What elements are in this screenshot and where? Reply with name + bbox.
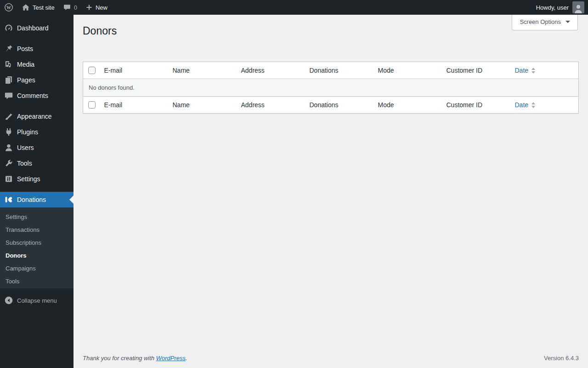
submenu-item-tools[interactable]: Tools: [0, 275, 74, 288]
date-column-label: Date: [515, 101, 529, 109]
home-icon: [22, 3, 30, 12]
column-header-date: Date: [510, 62, 579, 79]
comment-bubble-icon: [63, 3, 71, 12]
new-content-menu[interactable]: New: [81, 0, 112, 15]
sidebar-item-pages[interactable]: Pages: [0, 72, 74, 88]
main-content: Screen Options Donors E-mail Name Addres…: [74, 15, 588, 368]
sidebar-item-dashboard[interactable]: Dashboard: [0, 20, 74, 36]
collapse-menu-button[interactable]: Collapse menu: [0, 293, 74, 308]
pages-icon: [4, 75, 13, 85]
column-header-name: Name: [168, 62, 237, 79]
sidebar-item-label: Media: [17, 61, 34, 68]
plus-icon: [85, 4, 93, 11]
donors-table: E-mail Name Address Donations Mode Custo…: [83, 62, 579, 114]
column-footer-name: Name: [168, 97, 237, 114]
column-footer-date: Date: [510, 97, 579, 114]
sidebar-item-label: Posts: [17, 45, 33, 52]
select-all-checkbox[interactable]: [88, 67, 96, 74]
media-icon: [4, 60, 13, 69]
site-name-label: Test site: [33, 4, 55, 11]
column-header-customer-id: Customer ID: [442, 62, 510, 79]
admin-sidebar: Dashboard Posts Media Pages Comments: [0, 15, 74, 368]
date-column-label: Date: [515, 66, 529, 75]
new-label: New: [96, 4, 107, 11]
collapse-arrow-icon: [4, 296, 13, 305]
select-all-checkbox-bottom[interactable]: [88, 101, 96, 109]
avatar: [572, 1, 584, 13]
kudos-donations-icon: [4, 195, 13, 204]
sidebar-item-label: Settings: [17, 175, 40, 183]
sidebar-item-label: Pages: [17, 76, 35, 84]
sidebar-item-media[interactable]: Media: [0, 57, 74, 72]
column-footer-customer-id: Customer ID: [442, 97, 510, 114]
screen-options-button[interactable]: Screen Options: [512, 15, 578, 30]
sort-indicator-icon: [531, 102, 535, 108]
sidebar-item-tools[interactable]: Tools: [0, 155, 74, 171]
sidebar-item-appearance[interactable]: Appearance: [0, 109, 74, 124]
dashboard-icon: [4, 23, 13, 33]
donors-table-body: No donors found.: [83, 79, 579, 97]
appearance-brush-icon: [4, 112, 13, 121]
empty-message: No donors found.: [83, 79, 579, 97]
sort-indicator-icon: [531, 68, 535, 74]
sidebar-item-users[interactable]: Users: [0, 140, 74, 155]
users-icon: [4, 143, 13, 152]
comments-icon: [4, 91, 13, 100]
submenu-item-transactions[interactable]: Transactions: [0, 224, 74, 236]
plugin-icon: [4, 127, 13, 137]
footer-thanks-text: Thank you for creating with WordPress.: [83, 355, 187, 362]
page-title: Donors: [83, 15, 579, 40]
column-header-address: Address: [237, 62, 305, 79]
sidebar-item-label: Appearance: [17, 113, 52, 120]
comment-count: 0: [74, 4, 77, 11]
sidebar-item-posts[interactable]: Posts: [0, 41, 74, 57]
donors-table-header: E-mail Name Address Donations Mode Custo…: [83, 62, 579, 79]
sidebar-item-label: Dashboard: [17, 24, 49, 32]
sort-by-date-link[interactable]: Date: [515, 66, 536, 75]
table-header-row: E-mail Name Address Donations Mode Custo…: [83, 62, 579, 79]
column-footer-mode: Mode: [373, 97, 442, 114]
wordpress-link[interactable]: WordPress: [156, 355, 186, 362]
admin-footer: Thank you for creating with WordPress. V…: [83, 355, 579, 368]
site-name-link[interactable]: Test site: [17, 0, 59, 15]
my-account-menu[interactable]: Howdy, user: [536, 0, 588, 15]
admin-bar: W Test site 0 New Howdy, user: [0, 0, 588, 15]
column-footer-address: Address: [237, 97, 305, 114]
footer-version: Version 6.4.3: [544, 355, 579, 362]
select-all-cell: [83, 62, 100, 79]
submenu-item-settings[interactable]: Settings: [0, 211, 74, 224]
table-footer-row: E-mail Name Address Donations Mode Custo…: [83, 97, 579, 114]
comments-badge[interactable]: 0: [59, 0, 81, 15]
submenu-item-campaigns[interactable]: Campaigns: [0, 262, 74, 275]
tools-wrench-icon: [4, 159, 13, 168]
pushpin-icon: [4, 44, 13, 53]
admin-menu: Dashboard Posts Media Pages Comments: [0, 15, 74, 308]
column-header-email: E-mail: [100, 62, 168, 79]
donors-table-footer: E-mail Name Address Donations Mode Custo…: [83, 97, 579, 114]
howdy-text: Howdy, user: [536, 4, 569, 11]
sidebar-item-settings[interactable]: Settings: [0, 171, 74, 187]
sidebar-item-donations[interactable]: Donations: [0, 192, 74, 207]
column-header-donations: Donations: [305, 62, 373, 79]
submenu-item-donors[interactable]: Donors: [0, 249, 74, 262]
select-all-cell: [83, 97, 100, 114]
sidebar-item-plugins[interactable]: Plugins: [0, 124, 74, 140]
sidebar-item-label: Tools: [17, 160, 32, 167]
svg-text:W: W: [6, 5, 11, 10]
sort-by-date-link-bottom[interactable]: Date: [515, 101, 536, 109]
thanks-suffix: .: [186, 355, 187, 362]
sidebar-item-comments[interactable]: Comments: [0, 88, 74, 104]
chevron-down-icon: [565, 21, 570, 23]
settings-sliders-icon: [4, 174, 13, 184]
column-header-mode: Mode: [373, 62, 442, 79]
column-footer-donations: Donations: [305, 97, 373, 114]
submenu-item-subscriptions[interactable]: Subscriptions: [0, 236, 74, 249]
admin-bar-left: W Test site 0 New: [0, 0, 112, 15]
donations-submenu: Settings Transactions Subscriptions Dono…: [0, 207, 74, 288]
wordpress-logo-icon: W: [4, 3, 13, 12]
wordpress-logo-menu[interactable]: W: [0, 0, 17, 15]
sidebar-item-label: Users: [17, 144, 34, 151]
collapse-menu-label: Collapse menu: [17, 297, 57, 304]
empty-row: No donors found.: [83, 79, 579, 97]
column-footer-email: E-mail: [100, 97, 168, 114]
